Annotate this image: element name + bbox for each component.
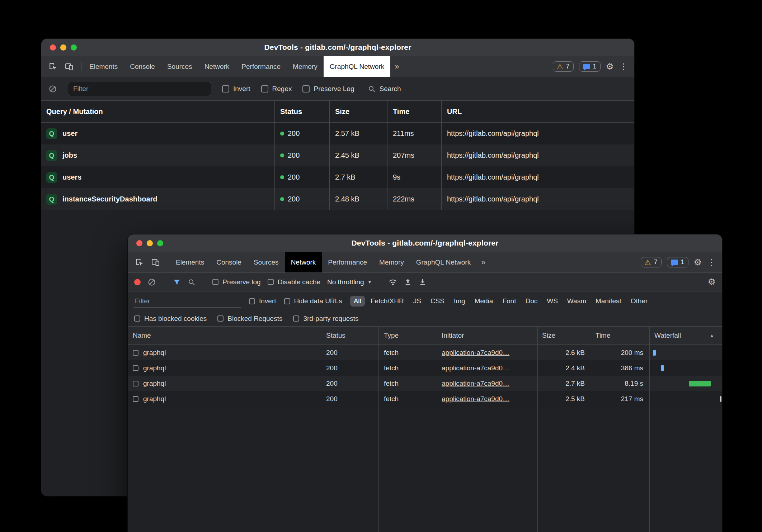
device-toolbar-icon[interactable] xyxy=(65,62,74,71)
settings-gear-icon[interactable]: ⚙ xyxy=(606,62,614,71)
request-row[interactable]: graphql 200 fetch application-a7ca9d0… 2… xyxy=(128,345,722,360)
tab-performance[interactable]: Performance xyxy=(322,252,373,272)
filter-chip-other[interactable]: Other xyxy=(627,296,652,307)
col-size[interactable]: Size xyxy=(537,332,591,339)
col-time[interactable]: Time xyxy=(387,108,441,116)
query-row[interactable]: Q instanceSecurityDashboard 200 2.48 kB … xyxy=(41,188,634,210)
col-status[interactable]: Status xyxy=(321,332,378,339)
checkbox-icon[interactable] xyxy=(249,298,255,304)
checkbox-icon[interactable] xyxy=(293,315,299,322)
export-har-icon[interactable] xyxy=(404,278,412,286)
col-waterfall[interactable]: Waterfall ▲ xyxy=(649,332,722,339)
kebab-menu-icon[interactable]: ⋮ xyxy=(707,258,716,267)
record-network-log-button[interactable] xyxy=(134,279,141,285)
filter-chip-font[interactable]: Font xyxy=(499,296,519,307)
title-bar[interactable]: DevTools - gitlab.com/-/graphql-explorer xyxy=(128,234,722,252)
device-toolbar-icon[interactable] xyxy=(151,258,160,267)
query-row[interactable]: Q users 200 2.7 kB 9s https://gitlab.com… xyxy=(41,166,634,188)
filter-chip-media[interactable]: Media xyxy=(471,296,497,307)
query-row[interactable]: Q user 200 2.57 kB 211ms https://gitlab.… xyxy=(41,123,634,144)
checkbox-icon[interactable] xyxy=(134,315,140,322)
minimize-window-button[interactable] xyxy=(147,240,153,246)
initiator-link[interactable]: application-a7ca9d0… xyxy=(442,380,509,387)
tab-network[interactable]: Network xyxy=(285,252,322,272)
invert-checkbox[interactable]: Invert xyxy=(249,297,276,305)
filter-chip-all[interactable]: All xyxy=(350,296,365,307)
filter-chip-doc[interactable]: Doc xyxy=(522,296,541,307)
checkbox-icon[interactable] xyxy=(302,85,310,92)
row-checkbox[interactable] xyxy=(133,381,138,386)
checkbox-icon[interactable] xyxy=(284,298,290,304)
zoom-window-button[interactable] xyxy=(157,240,163,246)
tab-performance[interactable]: Performance xyxy=(235,56,287,77)
clear-icon[interactable] xyxy=(147,278,156,286)
close-window-button[interactable] xyxy=(136,240,142,246)
initiator-link[interactable]: application-a7ca9d0… xyxy=(442,364,509,372)
has-blocked-cookies-checkbox[interactable]: Has blocked cookies xyxy=(134,315,207,323)
filter-chip-js[interactable]: JS xyxy=(410,296,425,307)
tab-memory[interactable]: Memory xyxy=(287,56,324,77)
tab-console[interactable]: Console xyxy=(124,56,161,77)
tab-elements[interactable]: Elements xyxy=(170,252,210,272)
filter-input[interactable] xyxy=(133,295,241,308)
inspect-element-icon[interactable] xyxy=(48,62,57,71)
tab-sources[interactable]: Sources xyxy=(248,252,285,272)
settings-gear-icon[interactable]: ⚙ xyxy=(694,258,702,267)
row-checkbox[interactable] xyxy=(133,350,138,356)
disable-cache-checkbox[interactable]: Disable cache xyxy=(268,278,320,286)
col-type[interactable]: Type xyxy=(378,332,437,339)
col-status[interactable]: Status xyxy=(274,108,329,116)
minimize-window-button[interactable] xyxy=(60,44,66,51)
request-row[interactable]: graphql 200 fetch application-a7ca9d0… 2… xyxy=(128,376,722,391)
search-control[interactable]: Search xyxy=(368,85,401,93)
filter-chip-img[interactable]: Img xyxy=(450,296,469,307)
preserve-log-checkbox[interactable]: Preserve Log xyxy=(302,85,354,93)
filter-chip-fetch-xhr[interactable]: Fetch/XHR xyxy=(367,296,408,307)
invert-checkbox[interactable]: Invert xyxy=(222,85,250,93)
col-time[interactable]: Time xyxy=(591,332,649,339)
checkbox-icon[interactable] xyxy=(217,315,224,322)
clear-icon[interactable] xyxy=(48,85,57,93)
request-row[interactable]: graphql 200 fetch application-a7ca9d0… 2… xyxy=(128,360,722,376)
tab-graphql-network[interactable]: GraphQL Network xyxy=(324,56,390,77)
third-party-requests-checkbox[interactable]: 3rd-party requests xyxy=(293,315,358,323)
filter-chip-css[interactable]: CSS xyxy=(427,296,448,307)
tab-elements[interactable]: Elements xyxy=(83,56,124,77)
zoom-window-button[interactable] xyxy=(71,44,77,51)
close-window-button[interactable] xyxy=(50,44,56,51)
filter-chip-wasm[interactable]: Wasm xyxy=(564,296,590,307)
tab-graphql-network[interactable]: GraphQL Network xyxy=(410,252,477,272)
warnings-badge[interactable]: ⚠ 7 xyxy=(553,61,574,72)
regex-checkbox[interactable]: Regex xyxy=(261,85,292,93)
blocked-requests-checkbox[interactable]: Blocked Requests xyxy=(217,315,282,323)
row-checkbox[interactable] xyxy=(133,365,138,371)
preserve-log-checkbox[interactable]: Preserve log xyxy=(212,278,261,286)
tab-sources[interactable]: Sources xyxy=(161,56,198,77)
row-checkbox[interactable] xyxy=(133,396,138,402)
throttling-dropdown[interactable]: No throttling ▼ xyxy=(327,278,372,286)
tab-memory[interactable]: Memory xyxy=(373,252,410,272)
kebab-menu-icon[interactable]: ⋮ xyxy=(619,62,628,71)
checkbox-icon[interactable] xyxy=(212,279,218,285)
tab-network[interactable]: Network xyxy=(198,56,236,77)
col-url[interactable]: URL xyxy=(441,108,634,116)
col-initiator[interactable]: Initiator xyxy=(437,332,537,339)
filter-chip-ws[interactable]: WS xyxy=(543,296,561,307)
filter-input[interactable] xyxy=(68,82,211,96)
more-tabs-icon[interactable]: » xyxy=(477,252,490,272)
checkbox-icon[interactable] xyxy=(222,85,229,92)
filter-chip-manifest[interactable]: Manifest xyxy=(592,296,625,307)
request-row[interactable]: graphql 200 fetch application-a7ca9d0… 2… xyxy=(128,391,722,407)
initiator-link[interactable]: application-a7ca9d0… xyxy=(442,349,509,356)
filter-funnel-icon[interactable] xyxy=(173,278,181,286)
query-row[interactable]: Q jobs 200 2.45 kB 207ms https://gitlab.… xyxy=(41,144,634,166)
col-name[interactable]: Name xyxy=(128,332,321,339)
title-bar[interactable]: DevTools - gitlab.com/-/graphql-explorer xyxy=(41,39,634,56)
network-conditions-icon[interactable] xyxy=(389,279,397,286)
col-query-mutation[interactable]: Query / Mutation xyxy=(41,108,274,116)
tab-console[interactable]: Console xyxy=(210,252,248,272)
more-tabs-icon[interactable]: » xyxy=(390,56,403,77)
checkbox-icon[interactable] xyxy=(261,85,268,92)
search-icon[interactable] xyxy=(188,278,196,286)
inspect-element-icon[interactable] xyxy=(135,258,144,267)
